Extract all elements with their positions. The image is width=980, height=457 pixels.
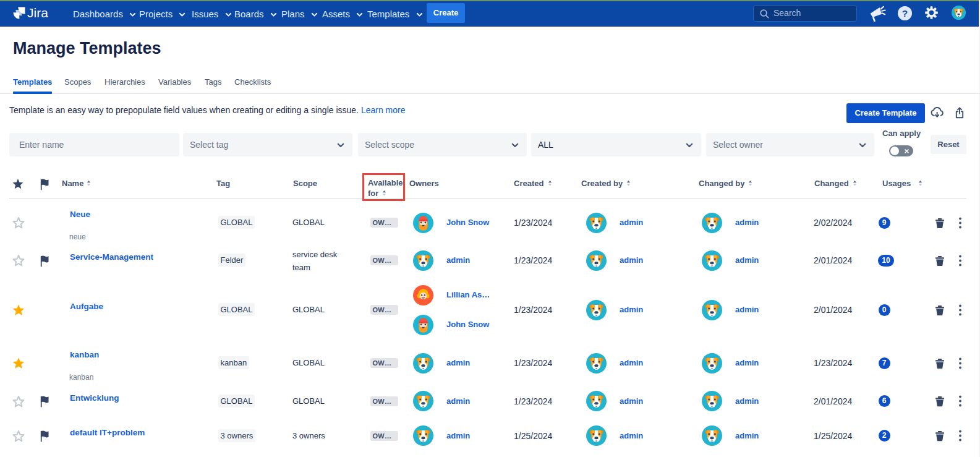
svg-text:?: ? [902,8,908,19]
